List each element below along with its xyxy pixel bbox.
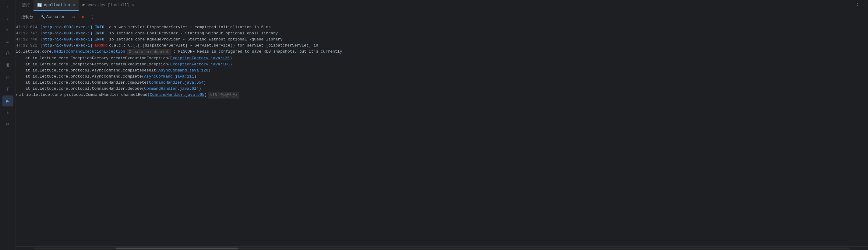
log-line-8: at io.lettuce.core.protocol.AsyncCommand… <box>16 68 862 74</box>
toolbar-actuator-label: Actuator <box>46 14 65 19</box>
tab-news-dev-close[interactable]: ✕ <box>132 3 134 7</box>
log-link-12[interactable]: CommandHandler.java:565 <box>150 92 204 98</box>
log-tooltip-5[interactable]: Create breakpoint <box>127 49 171 56</box>
tab-application-icon: 🔄 <box>37 3 42 8</box>
log-level-1: INFO <box>95 24 109 30</box>
log-thread-3: [http-nio-8003-exec-1] <box>40 36 95 43</box>
log-line-7: at io.lettuce.core.ExceptionFactory.crea… <box>16 62 862 68</box>
sidebar-icon-up[interactable]: ↑ <box>2 2 13 13</box>
tab-news-dev-label: news-dev [install] <box>87 3 129 7</box>
log-suffix-12: ) <box>204 92 207 98</box>
log-line-2: 47:12.747 [http-nio-8003-exec-1] INFO io… <box>16 30 862 36</box>
log-link-5[interactable]: RedisCommandExecutionException <box>54 49 125 55</box>
sidebar-icon-delete[interactable]: 🗑 <box>2 60 13 71</box>
log-prefix-5: io.lettuce.core. <box>16 49 54 55</box>
sidebar-icon-tools[interactable]: T <box>2 84 13 95</box>
log-line-4: 47:12.922 [http-nio-8003-exec-1] ERROR o… <box>16 43 862 49</box>
scrollbar-track <box>34 248 850 249</box>
log-line-5: io.lettuce.core.RedisCommandExecutionExc… <box>16 49 862 56</box>
log-thread-4: [http-nio-8003-exec-1] <box>40 43 95 49</box>
log-internal-count-12[interactable]: <16 个内部行> <box>208 92 239 99</box>
sidebar-icon-terminal[interactable]: ⊡ <box>2 72 13 83</box>
log-stack-11: at io.lettuce.core.protocol.CommandHandl… <box>16 86 144 92</box>
log-line-1: 47:12.624 [http-nio-8003-exec-1] INFO o.… <box>16 24 862 30</box>
log-stack-12: at io.lettuce.core.protocol.CommandHandl… <box>19 92 150 98</box>
tab-application[interactable]: 🔄 Application ✕ <box>33 0 79 11</box>
log-suffix-6: ) <box>230 56 232 62</box>
toolbar-actuator-btn[interactable]: 🔧 Actuator <box>37 13 68 21</box>
log-msg-3: io.lettuce.core.KqueueProvider - Startin… <box>109 36 283 43</box>
log-msg-2: io.lettuce.core.EpollProvider - Starting… <box>109 30 278 36</box>
log-line-12: ▶ at io.lettuce.core.protocol.CommandHan… <box>16 92 862 99</box>
log-link-10[interactable]: CommandHandler.java:654 <box>149 80 204 86</box>
log-expand-arrow-12[interactable]: ▶ <box>16 92 18 98</box>
tab-run-label: 运行 <box>22 2 30 8</box>
log-lines: 47:12.624 [http-nio-8003-exec-1] INFO o.… <box>16 24 868 245</box>
log-suffix-10: ) <box>204 80 206 86</box>
log-line-9: at io.lettuce.core.protocol.AsyncCommand… <box>16 74 862 80</box>
log-timestamp-4: 47:12.922 <box>16 43 40 49</box>
log-stack-6: at io.lettuce.core.ExceptionFactory.crea… <box>16 56 170 62</box>
toolbar-console-btn[interactable]: 控制台 <box>18 13 36 21</box>
toolbar-more-label: ⋮ <box>91 14 95 20</box>
tab-bar-actions: ⋮ — <box>855 2 866 8</box>
console-content[interactable]: 47:12.624 [http-nio-8003-exec-1] INFO o.… <box>16 23 868 246</box>
tab-application-close[interactable]: ✕ <box>73 3 75 7</box>
log-level-3: INFO <box>95 36 109 43</box>
log-thread-1: [http-nio-8003-exec-1] <box>40 24 95 30</box>
log-timestamp-1: 47:12.624 <box>16 24 40 30</box>
log-level-4: ERROR <box>95 43 109 49</box>
tab-news-dev-icon: m <box>82 3 84 7</box>
tab-application-label: Application <box>44 3 70 7</box>
left-sidebar: ↑ ↓ ≡↓ ≡↓ ⎙ 🗑 ⊡ T ▶ ℹ ⚙ <box>0 0 16 250</box>
toolbar-stop-btn[interactable]: ■ <box>79 13 87 21</box>
log-stack-7: at io.lettuce.core.ExceptionFactory.crea… <box>16 62 170 68</box>
log-line-6: at io.lettuce.core.ExceptionFactory.crea… <box>16 56 862 62</box>
log-suffix-9: ) <box>194 74 196 80</box>
tab-bar: 运行 🔄 Application ✕ m news-dev [install] … <box>16 0 868 11</box>
log-thread-2: [http-nio-8003-exec-1] <box>40 30 95 36</box>
sidebar-icon-down[interactable]: ↓ <box>2 13 13 24</box>
log-msg-1: o.s.web.servlet.DispatcherServlet - comp… <box>109 24 271 30</box>
sidebar-icon-print[interactable]: ⎙ <box>2 48 13 59</box>
tab-news-dev[interactable]: m news-dev [install] ✕ <box>79 0 138 11</box>
log-stack-8: at io.lettuce.core.protocol.AsyncCommand… <box>16 68 158 74</box>
log-msg-4: o.a.c.c.C.[.[.[dispatcherServlet] - Serv… <box>109 43 318 49</box>
toolbar-more-btn[interactable]: ⋮ <box>88 13 98 21</box>
log-timestamp-3: 47:12.748 <box>16 36 40 43</box>
log-link-7[interactable]: ExceptionFactory.java:108 <box>170 62 230 68</box>
sidebar-icon-run[interactable]: ▶ <box>2 96 13 106</box>
tab-bar-more-icon[interactable]: ⋮ <box>855 2 860 8</box>
log-link-11[interactable]: CommandHandler.java:614 <box>144 86 198 92</box>
log-suffix-11: ) <box>199 86 201 92</box>
tab-run[interactable]: 运行 <box>18 0 33 11</box>
log-suffix-8: ) <box>208 68 211 74</box>
sidebar-icon-filter2[interactable]: ≡↓ <box>2 36 13 47</box>
log-link-8[interactable]: AsyncCommand.java:120 <box>158 68 208 74</box>
sidebar-icon-settings[interactable]: ⚙ <box>2 119 13 130</box>
log-line-10: at io.lettuce.core.protocol.CommandHandl… <box>16 80 862 86</box>
log-stack-10: at io.lettuce.core.protocol.CommandHandl… <box>16 80 149 86</box>
log-line-3: 47:12.748 [http-nio-8003-exec-1] INFO io… <box>16 36 862 43</box>
log-timestamp-2: 47:12.747 <box>16 30 40 36</box>
actuator-icon: 🔧 <box>40 14 45 19</box>
log-msg-5: : MISCONF Redis is configured to save RD… <box>171 49 342 55</box>
toolbar-console-label: 控制台 <box>21 14 33 20</box>
log-line-11: at io.lettuce.core.protocol.CommandHandl… <box>16 86 862 92</box>
main-panel: 运行 🔄 Application ✕ m news-dev [install] … <box>16 0 868 250</box>
sidebar-icon-filter1[interactable]: ≡↓ <box>2 25 13 36</box>
toolbar: 控制台 🔧 Actuator ↻ ■ ⋮ <box>16 11 868 23</box>
log-stack-9: at io.lettuce.core.protocol.AsyncCommand… <box>16 74 144 80</box>
scrollbar-horizontal[interactable] <box>16 246 868 250</box>
log-level-2: INFO <box>95 30 109 36</box>
log-link-6[interactable]: ExceptionFactory.java:135 <box>170 56 230 62</box>
sidebar-icon-info[interactable]: ℹ <box>2 107 13 118</box>
tab-bar-minimize-icon[interactable]: — <box>863 2 866 8</box>
toolbar-refresh-btn[interactable]: ↻ <box>69 13 78 21</box>
log-suffix-7: ) <box>230 62 232 68</box>
log-link-9[interactable]: AsyncCommand.java:111 <box>144 74 194 80</box>
scrollbar-thumb[interactable] <box>116 248 238 249</box>
